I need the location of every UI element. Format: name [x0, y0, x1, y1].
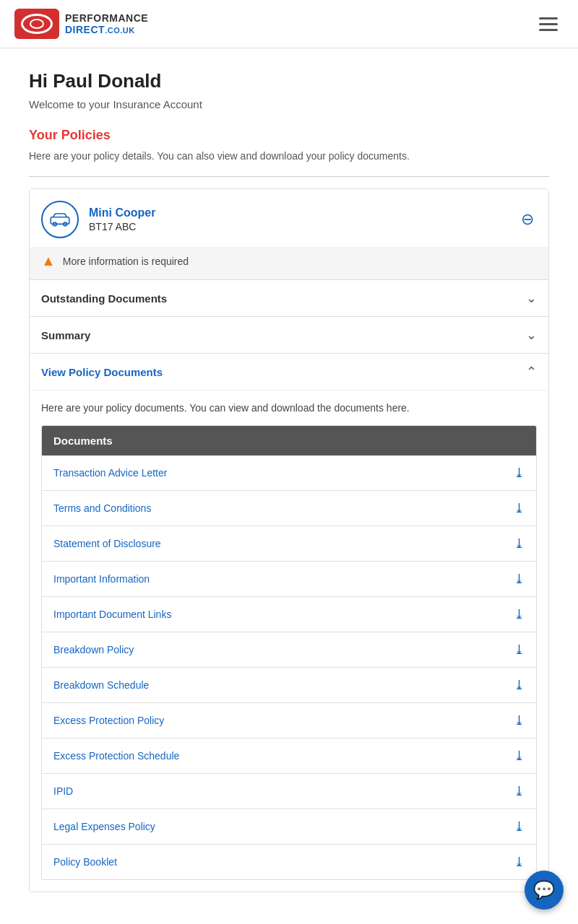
document-row-statement-of-disclosure[interactable]: Statement of Disclosure ⤓	[42, 526, 536, 562]
document-name-legal-expenses-policy: Legal Expenses Policy	[53, 821, 155, 832]
outstanding-documents-section: Outstanding Documents ⌄	[30, 279, 548, 316]
download-icon-statement-of-disclosure[interactable]: ⤓	[514, 536, 525, 552]
document-row-ipid[interactable]: IPID ⤓	[42, 774, 536, 809]
document-name-important-document-links: Important Document Links	[53, 609, 171, 620]
header: PERFORMANCE DIRECT.CO.UK	[0, 0, 578, 48]
download-icon-excess-protection-schedule[interactable]: ⤓	[514, 748, 525, 764]
hamburger-line-2	[539, 23, 558, 25]
warning-row: ▲ More information is required	[30, 247, 548, 279]
summary-title: Summary	[41, 329, 90, 341]
document-row-policy-booklet[interactable]: Policy Booklet ⤓	[42, 845, 536, 879]
document-name-policy-booklet: Policy Booklet	[53, 856, 117, 868]
outstanding-documents-title: Outstanding Documents	[41, 292, 167, 305]
logo-oval	[21, 14, 53, 34]
documents-section-desc: Here are your policy documents. You can …	[41, 402, 537, 414]
outstanding-documents-header[interactable]: Outstanding Documents ⌄	[30, 280, 548, 316]
summary-section: Summary ⌄	[30, 316, 548, 353]
document-row-legal-expenses-policy[interactable]: Legal Expenses Policy ⤓	[42, 809, 536, 845]
download-icon-ipid[interactable]: ⤓	[514, 783, 525, 799]
view-policy-documents-header[interactable]: View Policy Documents ⌃	[30, 354, 548, 390]
policies-description: Here are your policy details. You can al…	[29, 150, 549, 162]
document-name-breakdown-policy: Breakdown Policy	[53, 644, 134, 655]
download-icon-transaction-advice-letter[interactable]: ⤓	[514, 465, 525, 481]
document-name-terms-and-conditions: Terms and Conditions	[53, 502, 151, 514]
hamburger-menu[interactable]	[533, 12, 564, 37]
hamburger-line-3	[539, 29, 558, 31]
document-name-breakdown-schedule: Breakdown Schedule	[53, 679, 149, 691]
view-policy-documents-content: Here are your policy documents. You can …	[30, 390, 548, 892]
hamburger-line-1	[539, 17, 558, 19]
download-icon-important-document-links[interactable]: ⤓	[514, 606, 525, 622]
logo: PERFORMANCE DIRECT.CO.UK	[14, 9, 148, 39]
policy-collapse-button[interactable]: ⊖	[518, 209, 537, 230]
document-name-ipid: IPID	[53, 785, 73, 797]
download-icon-terms-and-conditions[interactable]: ⤓	[514, 500, 525, 516]
view-policy-documents-chevron: ⌃	[526, 364, 537, 380]
document-row-important-information[interactable]: Important Information ⤓	[42, 562, 536, 597]
summary-header[interactable]: Summary ⌄	[30, 317, 548, 353]
policy-registration: BT17 ABC	[89, 221, 518, 232]
view-policy-documents-title: View Policy Documents	[41, 366, 163, 378]
view-policy-documents-section: View Policy Documents ⌃ Here are your po…	[30, 353, 548, 892]
chat-button[interactable]: 💬	[525, 871, 564, 910]
car-icon-circle	[41, 201, 79, 238]
documents-wrapper: Documents Transaction Advice Letter ⤓ Te…	[41, 425, 537, 880]
outstanding-documents-chevron: ⌄	[526, 290, 537, 306]
policy-card-header: Mini Cooper BT17 ABC ⊖	[30, 189, 548, 247]
download-icon-breakdown-policy[interactable]: ⤓	[514, 642, 525, 658]
documents-list: Transaction Advice Letter ⤓ Terms and Co…	[42, 456, 536, 879]
document-row-excess-protection-schedule[interactable]: Excess Protection Schedule ⤓	[42, 738, 536, 774]
logo-performance: PERFORMANCE	[65, 12, 148, 25]
download-icon-legal-expenses-policy[interactable]: ⤓	[514, 819, 525, 834]
logo-text: PERFORMANCE DIRECT.CO.UK	[65, 12, 148, 36]
welcome-text: Welcome to your Insurance Account	[29, 98, 549, 110]
document-row-important-document-links[interactable]: Important Document Links ⤓	[42, 597, 536, 632]
car-icon	[48, 212, 72, 227]
logo-inner-oval	[30, 19, 44, 29]
download-icon-breakdown-schedule[interactable]: ⤓	[514, 677, 525, 693]
download-icon-important-information[interactable]: ⤓	[514, 571, 525, 587]
divider	[29, 176, 549, 177]
download-icon-excess-protection-policy[interactable]: ⤓	[514, 712, 525, 728]
document-name-excess-protection-policy: Excess Protection Policy	[53, 715, 164, 726]
chat-icon: 💬	[533, 880, 555, 900]
document-row-breakdown-schedule[interactable]: Breakdown Schedule ⤓	[42, 668, 536, 703]
logo-direct: DIRECT.CO.UK	[65, 24, 148, 35]
greeting-heading: Hi Paul Donald	[29, 70, 549, 92]
warning-text: More information is required	[63, 256, 189, 267]
document-row-terms-and-conditions[interactable]: Terms and Conditions ⤓	[42, 491, 536, 526]
logo-box	[14, 9, 59, 39]
warning-icon: ▲	[41, 253, 56, 269]
document-row-breakdown-policy[interactable]: Breakdown Policy ⤓	[42, 632, 536, 668]
document-name-transaction-advice-letter: Transaction Advice Letter	[53, 467, 167, 479]
summary-chevron: ⌄	[526, 327, 537, 343]
main-content: Hi Paul Donald Welcome to your Insurance…	[0, 48, 578, 914]
your-policies-title: Your Policies	[29, 128, 549, 143]
policy-card: Mini Cooper BT17 ABC ⊖ ▲ More informatio…	[29, 188, 549, 892]
download-icon-policy-booklet[interactable]: ⤓	[514, 854, 525, 870]
policy-info: Mini Cooper BT17 ABC	[89, 206, 518, 232]
document-name-excess-protection-schedule: Excess Protection Schedule	[53, 750, 179, 762]
document-name-important-information: Important Information	[53, 573, 150, 585]
document-name-statement-of-disclosure: Statement of Disclosure	[53, 538, 161, 549]
document-row-transaction-advice-letter[interactable]: Transaction Advice Letter ⤓	[42, 456, 536, 491]
documents-header: Documents	[42, 426, 536, 456]
policy-car-name: Mini Cooper	[89, 206, 518, 219]
document-row-excess-protection-policy[interactable]: Excess Protection Policy ⤓	[42, 703, 536, 738]
